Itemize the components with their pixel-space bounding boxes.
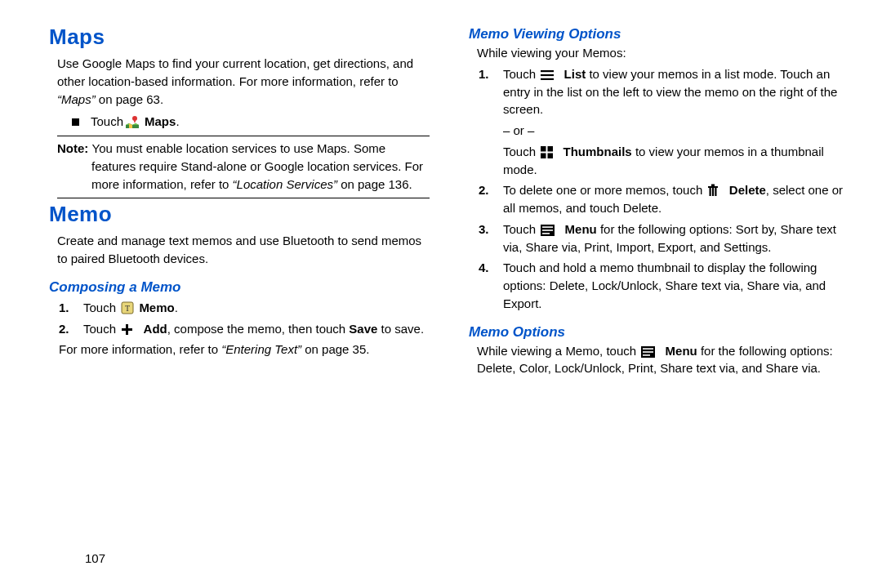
viewing-steps: Touch List to view your memos in a list … — [479, 65, 849, 313]
menu-icon — [541, 225, 555, 236]
compose2-save: Save — [349, 322, 377, 336]
compose-footer-ref: “Entering Text” — [221, 342, 301, 356]
compose-footer-tail: on page 35. — [301, 342, 369, 356]
add-icon — [121, 323, 133, 336]
viewing-step-1: Touch List to view your memos in a list … — [479, 65, 849, 179]
compose2-add: Add — [144, 322, 167, 336]
v1-list-label: List — [564, 67, 586, 81]
v2-delete-label: Delete — [729, 183, 766, 197]
svg-rect-26 — [643, 354, 650, 356]
v3-pre: Touch — [503, 222, 539, 236]
compose1-label: Memo — [139, 301, 174, 314]
compose1-pre: Touch — [83, 301, 119, 314]
right-column: Memo Viewing Options While viewing your … — [469, 23, 849, 572]
svg-rect-10 — [541, 146, 546, 152]
svg-rect-11 — [548, 146, 554, 152]
svg-rect-6 — [122, 328, 132, 331]
square-bullet-icon — [72, 118, 79, 126]
svg-rect-16 — [710, 188, 711, 196]
maps-touch-pre: Touch — [91, 113, 123, 131]
maps-ref-tail: on page 63. — [96, 92, 163, 106]
heading-memo: Memo — [49, 202, 430, 227]
svg-rect-25 — [643, 351, 653, 353]
maps-description: Use Google Maps to find your current loc… — [57, 55, 430, 108]
svg-rect-18 — [715, 188, 717, 196]
svg-rect-17 — [712, 188, 714, 196]
heading-memo-options: Memo Options — [469, 324, 849, 341]
opt-menu-label: Menu — [666, 344, 697, 358]
svg-rect-14 — [708, 186, 718, 188]
opt-pre: While viewing a Memo, touch — [477, 344, 639, 358]
svg-rect-15 — [711, 185, 715, 187]
viewing-intro: While viewing your Memos: — [477, 44, 849, 62]
memo-options-body: While viewing a Memo, touch Menu for the… — [477, 342, 849, 378]
heading-maps: Maps — [49, 24, 430, 50]
page-number: 107 — [85, 551, 105, 565]
svg-text:T: T — [125, 304, 130, 313]
maps-label: Maps — [145, 113, 176, 131]
svg-rect-8 — [541, 74, 554, 76]
note-label: Note: — [57, 141, 92, 155]
compose2-pre: Touch — [83, 322, 119, 336]
svg-rect-12 — [541, 153, 546, 158]
viewing-step-2: To delete one or more memos, touch Delet… — [479, 181, 849, 217]
maps-touch-step: Touch Maps. — [72, 113, 430, 131]
viewing-step-4: Touch and hold a memo thumbnail to displ… — [479, 259, 849, 312]
v1-alt: Touch Thumbnails to view your memos in a… — [503, 143, 849, 179]
svg-marker-0 — [129, 123, 132, 128]
svg-rect-7 — [541, 70, 554, 72]
maps-icon — [125, 114, 140, 129]
v1b-pre: Touch — [503, 145, 539, 158]
note-ref-tail: on page 136. — [337, 177, 412, 191]
list-icon — [541, 69, 554, 81]
compose-step-2: Touch Add, compose the memo, then touch … — [59, 320, 430, 338]
compose-footer-pre: For more information, refer to — [59, 342, 221, 356]
svg-rect-21 — [542, 229, 553, 231]
thumbnails-icon — [541, 146, 553, 158]
menu-icon — [641, 346, 655, 358]
divider-bottom — [57, 198, 430, 198]
memo-icon: T — [121, 301, 134, 314]
maps-ref: “Maps” — [57, 92, 96, 106]
heading-composing: Composing a Memo — [49, 279, 430, 296]
svg-rect-2 — [134, 119, 136, 122]
maps-note: Note: You must enable location services … — [57, 140, 430, 193]
svg-rect-20 — [542, 226, 553, 228]
svg-rect-13 — [548, 153, 554, 158]
note-ref: “Location Services” — [233, 177, 337, 191]
v2-pre: To delete one or more memos, touch — [503, 183, 706, 197]
svg-rect-9 — [541, 78, 554, 80]
compose-footer: For more information, refer to “Entering… — [59, 341, 430, 359]
v3-menu-label: Menu — [565, 222, 597, 236]
or-separator: – or – — [503, 122, 849, 140]
divider-top — [57, 136, 430, 136]
v1b-thumbs-label: Thumbnails — [564, 145, 632, 158]
compose2-mid: , compose the memo, then touch — [167, 322, 350, 336]
v1-pre: Touch — [503, 67, 539, 81]
delete-icon — [707, 184, 719, 197]
left-column: Maps Use Google Maps to find your curren… — [49, 23, 430, 572]
memo-description: Create and manage text memos and use Blu… — [57, 232, 430, 268]
svg-rect-22 — [542, 233, 550, 234]
viewing-step-3: Touch Menu for the following options: So… — [479, 220, 849, 256]
heading-viewing-options: Memo Viewing Options — [469, 26, 849, 42]
svg-rect-24 — [643, 348, 653, 350]
maps-body-text: Use Google Maps to find your current loc… — [57, 56, 413, 88]
compose-step-1: Touch T Memo. — [59, 299, 430, 317]
compose2-tail: to save. — [377, 322, 424, 336]
composing-steps: Touch T Memo. Touch — [59, 299, 430, 338]
